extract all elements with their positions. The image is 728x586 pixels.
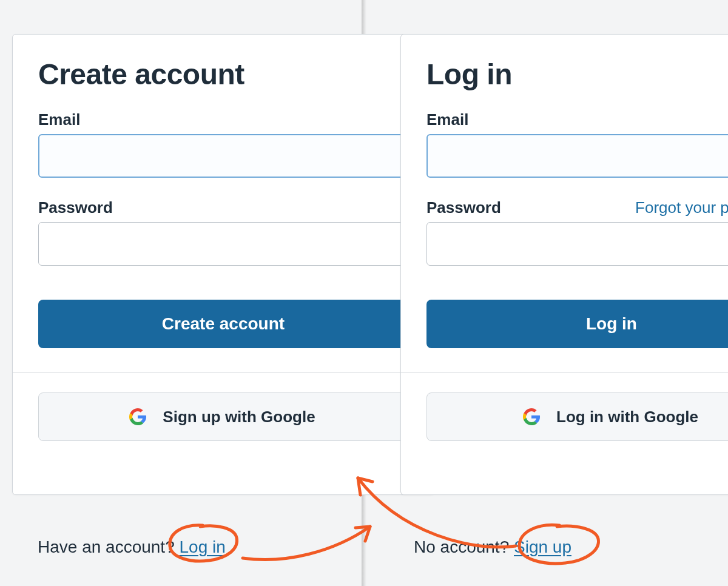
login-email-input[interactable] [426, 134, 728, 178]
signup-password-label: Password [38, 198, 113, 217]
login-password-input[interactable] [426, 222, 728, 266]
login-google-label: Log in with Google [556, 408, 698, 426]
signup-email-input[interactable] [38, 134, 408, 178]
login-card-divider [401, 372, 728, 373]
signup-title: Create account [38, 58, 434, 91]
signup-password-input[interactable] [38, 222, 408, 266]
login-button[interactable]: Log in [426, 300, 728, 348]
create-account-button[interactable]: Create account [38, 300, 408, 348]
login-with-google-button[interactable]: Log in with Google [426, 392, 728, 441]
go-to-signup-link[interactable]: Sign up [514, 537, 571, 556]
no-account-footer: No account? Sign up [414, 537, 571, 557]
login-title: Log in [426, 58, 728, 91]
login-email-label: Email [426, 110, 468, 129]
signup-google-label: Sign up with Google [163, 408, 315, 426]
signup-with-google-button[interactable]: Sign up with Google [38, 392, 408, 441]
signup-card-divider [13, 372, 434, 373]
forgot-password-link[interactable]: Forgot your password? [635, 198, 728, 217]
google-icon [129, 408, 147, 426]
have-account-footer: Have an account? Log in [38, 537, 226, 557]
no-account-text: No account? [414, 537, 514, 556]
signup-email-label: Email [38, 110, 80, 129]
signup-card: Create account Email Password Create acc… [12, 34, 434, 495]
have-account-text: Have an account? [38, 537, 180, 556]
login-password-label: Password [426, 198, 501, 217]
go-to-login-link[interactable]: Log in [180, 537, 226, 556]
login-card: Log in Email Password Forgot your passwo… [400, 34, 728, 495]
google-icon [522, 408, 541, 426]
